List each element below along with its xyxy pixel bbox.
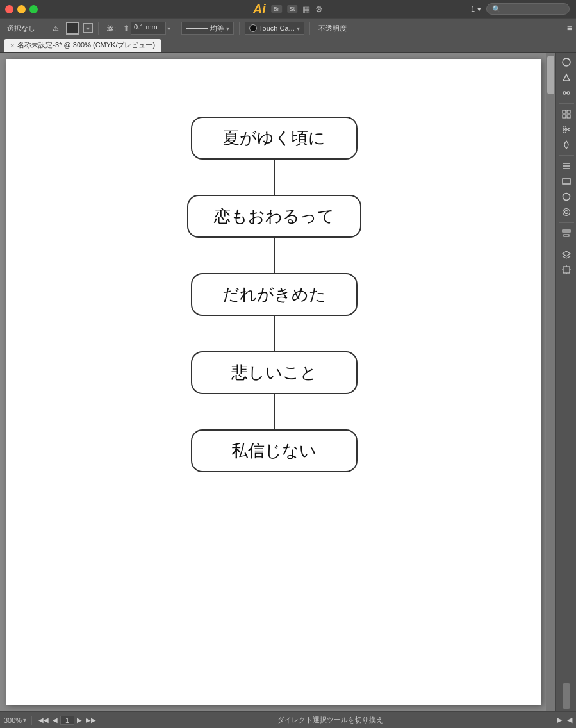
panel-sep-3 bbox=[559, 222, 574, 223]
workspace-icon[interactable]: ▦ bbox=[302, 4, 310, 14]
svg-rect-20 bbox=[564, 235, 569, 236]
flow-box-5[interactable]: 私信じない bbox=[191, 429, 358, 472]
page-indicator[interactable]: 1 ▾ bbox=[471, 5, 481, 13]
app-logo: Ai bbox=[253, 2, 266, 17]
layers-icon[interactable] bbox=[559, 247, 573, 261]
first-page-button[interactable]: ◀◀ bbox=[37, 716, 50, 724]
color-panel-icon[interactable] bbox=[559, 55, 573, 69]
links-panel-icon[interactable] bbox=[559, 86, 573, 100]
selection-label: 選択なし bbox=[4, 22, 38, 35]
stroke-options[interactable]: ▾ bbox=[83, 23, 93, 33]
scissors-icon[interactable] bbox=[559, 122, 573, 136]
zoom-control[interactable]: 300% ▾ bbox=[4, 716, 26, 724]
bridge-badge[interactable]: Br bbox=[271, 5, 282, 13]
stroke-value-input[interactable]: 0.1 mm bbox=[131, 22, 166, 35]
svg-rect-24 bbox=[563, 267, 570, 273]
maximize-button[interactable] bbox=[29, 5, 38, 13]
titlebar-right: 1 ▾ bbox=[471, 3, 570, 15]
menu-icon[interactable] bbox=[559, 159, 573, 173]
svg-point-8 bbox=[563, 126, 566, 129]
tabbar: × 名称未設定-3* @ 300% (CMYK/プレビュー) bbox=[0, 38, 576, 53]
status-nav-right[interactable]: ▶ bbox=[557, 716, 562, 724]
sep2 bbox=[98, 22, 99, 35]
panel-sep-4 bbox=[559, 244, 574, 244]
sep5 bbox=[309, 22, 310, 35]
last-page-button[interactable]: ▶▶ bbox=[85, 716, 97, 724]
color-profile-dropdown[interactable]: Touch Ca... ▾ bbox=[245, 22, 304, 35]
panel-sep-2 bbox=[559, 155, 574, 156]
svg-rect-7 bbox=[567, 115, 570, 118]
canvas-area[interactable]: 夏がゆく頃に 恋もおわるって だれがきめた 悲しいこと 私信じない bbox=[0, 53, 555, 711]
current-page-num: 1 bbox=[60, 716, 74, 725]
prev-page-button[interactable]: ◀ bbox=[51, 716, 59, 724]
panel-scroll-grip[interactable] bbox=[563, 683, 570, 709]
svg-point-16 bbox=[563, 194, 570, 201]
canvas-paper: 夏がゆく頃に 恋もおわるって だれがきめた 悲しいこと 私信じない bbox=[6, 59, 541, 705]
sep3 bbox=[176, 22, 176, 35]
artboard-icon[interactable] bbox=[559, 263, 573, 277]
symbols-icon[interactable] bbox=[559, 138, 573, 152]
document-tab[interactable]: × 名称未設定-3* @ 300% (CMYK/プレビュー) bbox=[4, 39, 161, 52]
panel-sep-1 bbox=[559, 103, 574, 104]
titlebar: Ai Br St ▦ ⚙ 1 ▾ bbox=[0, 0, 576, 18]
close-button[interactable] bbox=[5, 5, 13, 13]
stock-badge[interactable]: St bbox=[287, 5, 298, 13]
grid-panel-icon[interactable] bbox=[559, 107, 573, 121]
align-icon[interactable] bbox=[559, 226, 573, 240]
sep1 bbox=[44, 22, 44, 35]
ellipse2-icon[interactable] bbox=[559, 205, 573, 219]
svg-point-2 bbox=[567, 92, 570, 94]
main-layout: 夏がゆく頃に 恋もおわるって だれがきめた 悲しいこと 私信じない bbox=[0, 53, 576, 711]
statusbar: 300% ▾ ◀◀ ◀ 1 ▶ ▶▶ ダイレクト選択ツールを切り換え ▶ ◀ bbox=[0, 711, 576, 728]
flow-box-2[interactable]: 恋もおわるって bbox=[187, 195, 361, 238]
toolbar: 選択なし ⚠ ▾ 線: ⬆ 0.1 mm ▾ 均等 ▾ Touch Ca... … bbox=[0, 18, 576, 38]
flow-connector-1 bbox=[274, 160, 275, 195]
rectangle-icon[interactable] bbox=[559, 174, 573, 188]
stroke-spinner[interactable]: ⬆ 0.1 mm ▾ bbox=[123, 22, 170, 35]
search-input[interactable] bbox=[486, 3, 570, 15]
vertical-scrollbar[interactable] bbox=[546, 53, 555, 711]
panel-toggle[interactable]: ≡ bbox=[567, 22, 572, 34]
right-panel bbox=[555, 53, 576, 711]
status-sep-2 bbox=[103, 716, 103, 725]
flow-connector-4 bbox=[274, 394, 275, 429]
svg-point-18 bbox=[564, 211, 568, 214]
traffic-lights bbox=[5, 5, 38, 13]
flow-box-1[interactable]: 夏がゆく頃に bbox=[191, 117, 358, 160]
svg-rect-4 bbox=[563, 110, 566, 113]
svg-rect-19 bbox=[563, 230, 570, 232]
flow-diagram: 夏がゆく頃に 恋もおわるって だれがきめた 悲しいこと 私信じない bbox=[187, 117, 361, 472]
zoom-value: 300% bbox=[4, 716, 22, 724]
status-nav-left[interactable]: ◀ bbox=[567, 716, 572, 724]
svg-marker-21 bbox=[563, 251, 570, 256]
svg-rect-15 bbox=[563, 179, 570, 184]
svg-line-22 bbox=[563, 256, 566, 258]
shapes-panel-icon[interactable] bbox=[559, 70, 573, 85]
flow-box-3[interactable]: だれがきめた bbox=[191, 273, 358, 316]
transform-icon[interactable]: ⚠ bbox=[49, 23, 62, 34]
tab-title: 名称未設定-3* @ 300% (CMYK/プレビュー) bbox=[17, 40, 155, 50]
svg-rect-6 bbox=[563, 115, 566, 118]
stroke-style-dropdown[interactable]: 均等 ▾ bbox=[181, 22, 234, 35]
vertical-scroll-thumb[interactable] bbox=[547, 56, 554, 94]
titlebar-center: Ai Br St ▦ ⚙ bbox=[253, 2, 324, 17]
circle-icon[interactable] bbox=[559, 190, 573, 204]
svg-point-9 bbox=[563, 130, 566, 133]
svg-line-23 bbox=[566, 256, 570, 258]
flow-box-4[interactable]: 悲しいこと bbox=[191, 351, 358, 394]
flow-connector-2 bbox=[274, 238, 275, 273]
tab-close-icon[interactable]: × bbox=[10, 42, 14, 49]
page-navigation[interactable]: ◀◀ ◀ 1 ▶ ▶▶ bbox=[37, 716, 97, 725]
status-message: ダイレクト選択ツールを切り換え bbox=[108, 715, 552, 725]
fill-color-swatch[interactable] bbox=[66, 22, 79, 35]
color-circle-icon bbox=[249, 24, 257, 32]
svg-point-17 bbox=[563, 209, 570, 216]
next-page-button[interactable]: ▶ bbox=[76, 716, 83, 724]
sep4 bbox=[239, 22, 240, 35]
tools-icon[interactable]: ⚙ bbox=[315, 4, 323, 14]
svg-line-10 bbox=[566, 128, 570, 131]
minimize-button[interactable] bbox=[17, 5, 26, 13]
opacity-label: 不透明度 bbox=[315, 22, 350, 35]
stroke-line-preview bbox=[186, 28, 208, 29]
svg-point-1 bbox=[563, 92, 566, 94]
